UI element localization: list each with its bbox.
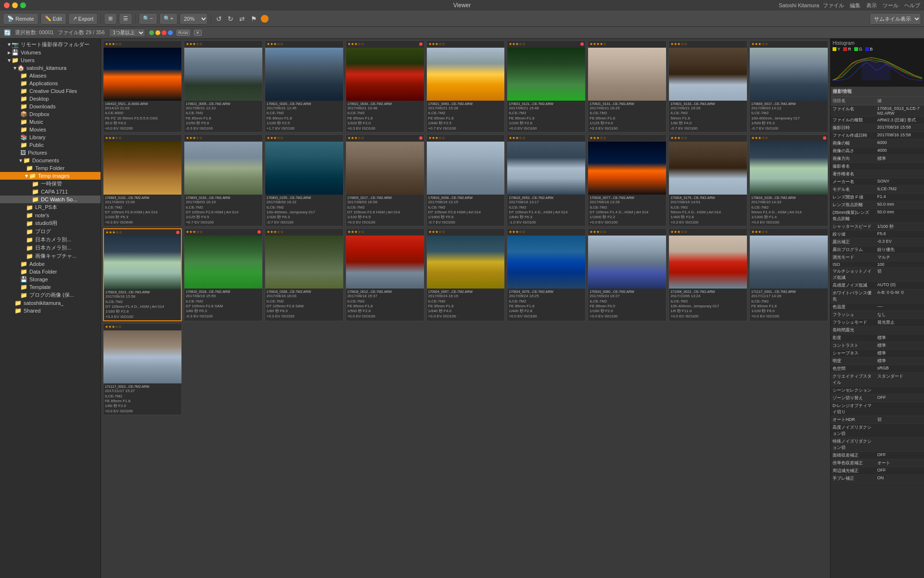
sidebar-item-library[interactable]: 📚Library: [0, 133, 101, 141]
close-button[interactable]: [4, 2, 10, 8]
thumbnail-item[interactable]: ★★★☆☆ 170816_0077...CE-7M2.ARW 2017/08/1…: [588, 134, 667, 226]
sidebar-item-pictures[interactable]: 🖼Pictures: [0, 149, 101, 157]
sidebar-item-public[interactable]: 📁Public: [0, 141, 101, 149]
thumbnail-item[interactable]: ★★★☆☆ 170803_0155...CE-7M2.ARW 2017/08/0…: [265, 134, 344, 226]
sidebar-item-temp-folder[interactable]: 📁Temp Folder: [0, 164, 101, 172]
thumbnail-item[interactable]: ★★★☆☆ 170816_0318...CE-7M2.ARW 2017/08/1…: [184, 228, 263, 321]
sidebar-item-desktop[interactable]: 📁Desktop: [0, 95, 101, 103]
sidebar-item-shared[interactable]: 📁Shared: [0, 307, 101, 315]
thumbnail-item[interactable]: ★★★☆☆ 170816_0053...CE-7M2.ARW 2017/08/1…: [507, 134, 586, 226]
thumb-header: ★★★☆☆: [669, 229, 747, 236]
sidebar-item-studio9[interactable]: 📁studio9用: [0, 219, 101, 227]
menu-tools[interactable]: ツール: [883, 2, 898, 9]
minimize-button[interactable]: [12, 2, 18, 8]
thumbnail-item[interactable]: ★★★☆☆ 170924_0080...CE-7M2.ARW 2017/09/2…: [588, 228, 667, 321]
sidebar-item-adobe[interactable]: 📁Adobe: [0, 260, 101, 268]
sidebar-item-dropbox[interactable]: 📦Dropbox: [0, 110, 101, 118]
remote-button[interactable]: 📡 Remote: [3, 13, 38, 25]
rotate-right-button[interactable]: ↻: [226, 14, 235, 24]
zoom-select[interactable]: 20% 40% 60% 100%: [180, 13, 208, 25]
grid-view-button[interactable]: ⊞: [104, 13, 117, 25]
sidebar-item-users[interactable]: ▶📁Users: [0, 56, 101, 64]
sidebar-item-japancam2[interactable]: 📁日本カメラ別...: [0, 244, 101, 252]
property-row: ホワイトバランス優先A-B: 0 G-M: 0: [831, 289, 924, 303]
thumbnail-item[interactable]: ★★★☆☆ 170816_0175...CE-7M2.ARW 2017/08/1…: [668, 134, 747, 226]
flip-button[interactable]: ⇄: [237, 14, 247, 24]
thumbnail-item[interactable]: ★★★☆☆ 170621_0121...CE-7M2.ARW 2017/06/2…: [507, 40, 586, 132]
sidebar-item-cc-files[interactable]: 📁Creative Cloud Files: [0, 87, 101, 95]
zoom-out-button[interactable]: 🔍−: [139, 13, 157, 25]
thumbnail-item[interactable]: ★★★☆☆ 170816_0313...CE-7M2.ARW 2017/08/1…: [103, 228, 182, 321]
thumbnail-item[interactable]: ★★★☆☆ 170818_0012...CE-7M2.ARW 2017/08/1…: [346, 228, 424, 321]
content-area[interactable]: ★★★☆☆ 140410_0521...E-6000.ARW 2014/10 2…: [101, 39, 830, 578]
prop-value: [875, 424, 924, 438]
yellow-dot[interactable]: [155, 30, 160, 35]
menu-view[interactable]: 表示: [866, 2, 877, 9]
sidebar-item-storage[interactable]: 💾Storage: [0, 276, 101, 283]
thumbnail-item[interactable]: ★★★☆☆ 170621_0133...CE-7M2.ARW 2017/06/2…: [668, 40, 747, 132]
sidebar-item-movies[interactable]: 📁Movies: [0, 126, 101, 133]
export-button[interactable]: ↗ Export: [68, 13, 98, 25]
sidebar-item-gazo-cap[interactable]: 📁画像キャプチャ...: [0, 252, 101, 260]
thumbnail-item[interactable]: ★★★☆☆ 170924_0076...CE-7M2.ARW 2017/09/2…: [507, 228, 586, 321]
thumbnail-item[interactable]: ★★★☆☆ 170924_0057...CE-7M2.ARW 2017/09/2…: [426, 228, 505, 321]
thumbnail-item[interactable]: ★★★☆☆ 170621_0093...CE-7M2.ARW 2017/06/2…: [426, 40, 505, 132]
thumbnail-item[interactable]: ★★★☆☆ 170803_0152...CE-7M2.ARW 2017/08/0…: [184, 134, 263, 226]
thumbnail-item[interactable]: ★★★☆☆ 170816_0038...CE-7M2.ARW 2017/08/1…: [426, 134, 505, 226]
blue-dot[interactable]: [168, 30, 173, 35]
list-view-button[interactable]: ☰: [119, 13, 132, 25]
sidebar-item-satoshi[interactable]: ▶🏠satoshi_kitamura: [0, 64, 101, 72]
sidebar-item-template[interactable]: 📁Template: [0, 283, 101, 291]
property-row: オートHDR切: [831, 416, 924, 424]
edit-button[interactable]: ✏️ Edit: [40, 13, 66, 25]
thumbnail-item[interactable]: ★★★☆☆ 170621_0005...CE-7M2.ARW 2017/06/2…: [184, 40, 263, 132]
window-controls[interactable]: [4, 2, 26, 8]
thumbnail-item[interactable]: ★★★☆☆ 170816_0226...CE-7M2.ARW 2017/08/1…: [749, 134, 828, 226]
zoom-in-button[interactable]: 🔍+: [159, 13, 178, 25]
sidebar-item-blog[interactable]: 📁ブログ: [0, 227, 101, 236]
thumb-date: 2017/06/21 16:25: [590, 106, 665, 111]
thumbnail-item[interactable]: ★★★☆☆ 170816_0338...CE-7M2.ARW 2017/08/1…: [265, 228, 344, 321]
sidebar-item-notes[interactable]: 📁note's: [0, 211, 101, 219]
thumbnail-item[interactable]: ★★★☆☆ 170803_0132...CE-7M2.ARW 2017/08/0…: [103, 134, 182, 226]
filter-select[interactable]: 1つ星以上 2つ星以上 3つ星以上: [109, 28, 145, 37]
sidebar-item-dc-watch[interactable]: 📁DC Watch So...: [0, 196, 101, 203]
maximize-button[interactable]: [20, 2, 26, 8]
color-filter-dots[interactable]: [149, 30, 173, 35]
thumbnail-item[interactable]: ★★★☆☆ 170803_0217...CE-7M2.ARW 2017/08/0…: [346, 134, 424, 226]
view-mode-select[interactable]: サムネイル表示 リスト表示: [870, 13, 921, 25]
thumbnail-item[interactable]: ★★★☆☆ 170621_0020...CE-7M2.ARW 2017/06/2…: [265, 40, 344, 132]
sidebar-item-applications[interactable]: 📁Applications: [0, 79, 101, 87]
sidebar-item-volumes[interactable]: ▶💾Volumes: [0, 49, 101, 56]
sidebar-item-aliases[interactable]: 📁Aliases: [0, 72, 101, 79]
sidebar-item-lrps[interactable]: 📁LR_PS本: [0, 203, 101, 211]
sidebar-item-blog-img[interactable]: 📁ブログの画像 (保...: [0, 291, 101, 299]
sidebar-item-remote-folder[interactable]: ▶📷リモート撮影保存フォルダー: [0, 40, 101, 49]
sidebar-item-temp-images[interactable]: ▶📁Temp images: [0, 172, 101, 180]
thumbnail-item[interactable]: ★★★☆☆ 171117_0001...CE-7M2.ARW 2017/11/1…: [749, 228, 828, 321]
red-dot[interactable]: [162, 30, 167, 35]
thumb-header: ★★★★☆: [588, 41, 666, 48]
thumbnail-item[interactable]: ★★★★☆ 170621_0131...CE-7M2.ARW 2017/06/2…: [588, 40, 667, 132]
thumbnail-item[interactable]: ★★★☆☆ 170621_0034...CE-7M2.ARW 2017/06/2…: [346, 40, 424, 132]
sidebar-item-capa[interactable]: 📁CAPA 1711: [0, 188, 101, 196]
sidebar-item-data-folder[interactable]: 📁Data Folder: [0, 268, 101, 276]
sidebar-item-downloads[interactable]: 📁Downloads: [0, 103, 101, 110]
thumbnail-item[interactable]: ★★★☆☆ 171117_0022...CE-7M2.ARW 2017/11/1…: [103, 323, 182, 415]
menu-help[interactable]: ヘルプ: [904, 2, 920, 9]
flag-button[interactable]: ⚑: [249, 14, 259, 24]
green-dot[interactable]: [149, 30, 154, 35]
menu-edit[interactable]: 編集: [850, 2, 860, 9]
thumbnail-item[interactable]: ★★★☆☆ 170803_0017...CE-7M2.ARW 2017/08/0…: [749, 40, 828, 132]
sidebar-item-music[interactable]: 📁Music: [0, 118, 101, 126]
sidebar-item-ichiji[interactable]: 📁一時保管: [0, 180, 101, 188]
thumbnail-item[interactable]: ★★★☆☆ 171006_0022...CE-7M2.ARW 2017/10/0…: [668, 228, 747, 321]
menu-file[interactable]: ファイル: [823, 2, 844, 9]
thumbnail-item[interactable]: ★★★☆☆ 140410_0521...E-6000.ARW 2014/10 2…: [103, 40, 182, 132]
sidebar-item-japancam1[interactable]: 📁日本カメラ別...: [0, 236, 101, 244]
sidebar-item-satoshikitamura[interactable]: 📁satoshikitamura_: [0, 299, 101, 307]
rotate-left-button[interactable]: ↺: [214, 14, 224, 24]
folder-icon: 📁: [26, 212, 33, 219]
thumb-header: ★★★☆☆: [346, 229, 424, 236]
sidebar-item-documents[interactable]: ▶📁Documents: [0, 157, 101, 164]
